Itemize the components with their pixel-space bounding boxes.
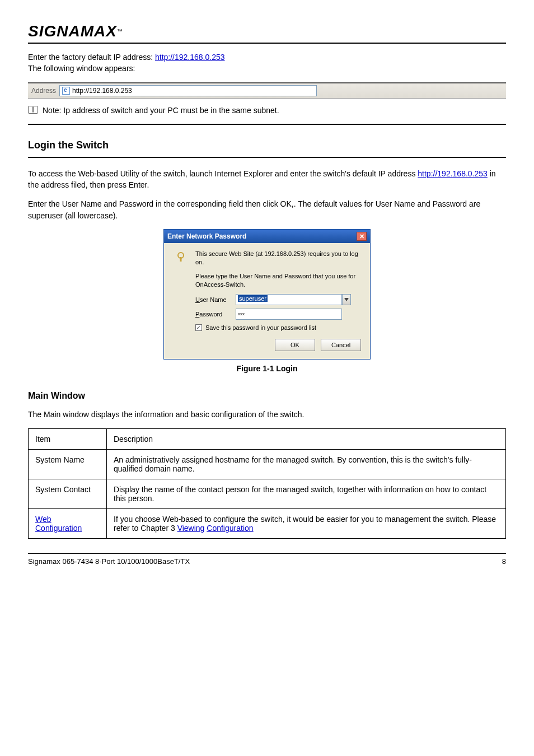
section-para-url[interactable]: http://192.168.0.253: [418, 169, 488, 178]
note-row: Note: Ip address of switch and your PC m…: [28, 102, 506, 125]
svg-marker-2: [344, 298, 349, 301]
web-link[interactable]: Web: [35, 515, 51, 524]
brand-logo-text: SIGNAMAX: [28, 22, 117, 40]
cell-desc: An administratively assigned hostname fo…: [107, 449, 506, 479]
dialog-screenshot: Enter Network Password ✕ This secure Web…: [28, 229, 506, 360]
r3-text-pre: If you choose Web-based to configure the…: [114, 515, 496, 533]
intro-url-link[interactable]: http://192.168.0.253: [155, 53, 225, 62]
ok-button[interactable]: OK: [275, 339, 315, 351]
note-text: Note: Ip address of switch and your PC m…: [43, 105, 279, 116]
footer-left: Signamax 065-7434 8-Port 10/100/1000Base…: [28, 557, 190, 566]
page-header: SIGNAMAX™: [28, 22, 506, 44]
cancel-button[interactable]: Cancel: [321, 339, 361, 351]
configuration-chapter-link[interactable]: Configuration: [207, 524, 253, 533]
section-title: Login the Switch: [28, 139, 506, 151]
configuration-link[interactable]: Configuration: [35, 524, 82, 533]
username-label: User Name: [195, 296, 230, 303]
dialog-msg2: Please type the User Name and Password t…: [195, 272, 361, 289]
password-input[interactable]: xxx: [236, 309, 342, 320]
username-dropdown-button[interactable]: [342, 294, 351, 305]
dialog-title: Enter Network Password: [167, 232, 246, 240]
intro-para: Enter the factory default IP address: ht…: [28, 52, 506, 74]
table-row: System Name An administratively assigned…: [29, 449, 506, 479]
cell-item: System Name: [29, 449, 107, 479]
table-row: Web Configuration If you choose Web-base…: [29, 508, 506, 538]
section-para1: To access the Web-based Utility of the s…: [28, 168, 506, 191]
col-header-item: Item: [29, 428, 107, 449]
intro-line2: The following window appears:: [28, 64, 135, 73]
ie-page-icon: [62, 87, 70, 95]
table-row: Item Description: [29, 428, 506, 449]
main-window-heading: Main Window: [28, 391, 506, 401]
cell-item: System Contact: [29, 479, 107, 508]
footer-page-number: 8: [502, 557, 506, 566]
main-window-table: Item Description System Name An administ…: [28, 428, 506, 539]
main-window-intro: The Main window displays the information…: [28, 409, 506, 420]
section-para2: Enter the User Name and Password in the …: [28, 198, 506, 221]
book-icon: [28, 106, 38, 114]
dialog-titlebar: Enter Network Password ✕: [164, 230, 370, 243]
cell-item: Web Configuration: [29, 508, 107, 538]
cell-desc: Display the name of the contact person f…: [107, 479, 506, 508]
save-password-label: Save this password in your password list: [205, 324, 316, 331]
page-footer: Signamax 065-7434 8-Port 10/100/1000Base…: [28, 553, 506, 566]
table-row: System Contact Display the name of the c…: [29, 479, 506, 508]
viewing-link[interactable]: Viewing: [177, 524, 205, 533]
brand-tm: ™: [117, 28, 123, 34]
figure-caption: Figure 1-1 Login: [28, 364, 506, 373]
password-label: Password: [195, 311, 230, 318]
chevron-down-icon: [344, 298, 349, 301]
cell-desc: If you choose Web-based to configure the…: [107, 508, 506, 538]
section-rule: [28, 157, 506, 158]
address-field: http://192.168.0.253: [59, 85, 317, 96]
save-password-checkbox[interactable]: ✓: [195, 324, 202, 331]
dialog-msg1: This secure Web Site (at 192.168.0.253) …: [195, 250, 361, 267]
address-label: Address: [31, 87, 56, 95]
intro-pre: Enter the factory default IP address:: [28, 53, 155, 62]
address-bar-screenshot: Address http://192.168.0.253: [28, 82, 506, 99]
close-icon[interactable]: ✕: [357, 232, 367, 241]
col-header-desc: Description: [107, 428, 506, 449]
username-input[interactable]: superuser: [236, 294, 342, 305]
address-url: http://192.168.0.253: [72, 87, 132, 95]
keyhole-icon: [173, 250, 189, 265]
svg-rect-1: [180, 257, 182, 262]
section-para1-a: To access the Web-based Utility of the s…: [28, 169, 418, 178]
